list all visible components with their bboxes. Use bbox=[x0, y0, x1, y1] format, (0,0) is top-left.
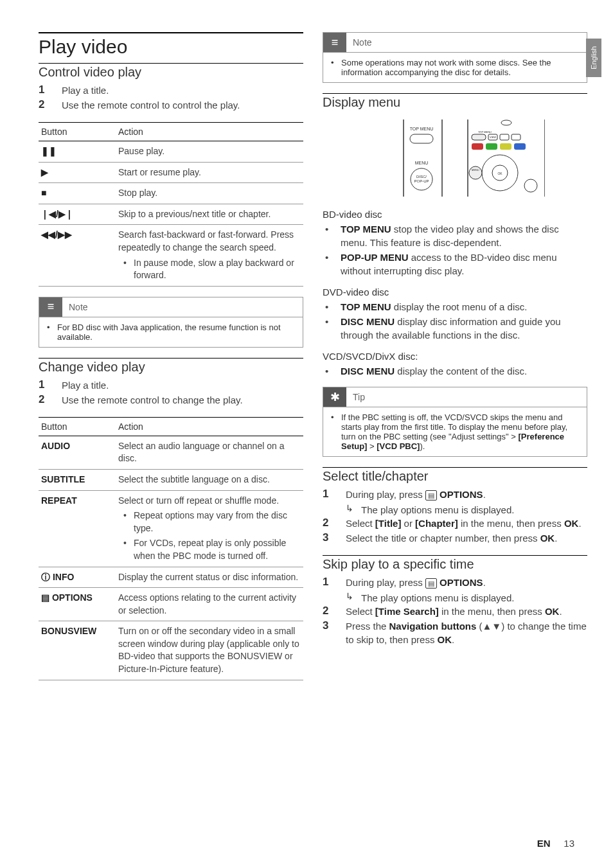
item-text: POP-UP MENU access to the BD-video disc … bbox=[341, 251, 587, 278]
table-header-action: Action bbox=[116, 123, 303, 141]
action-text: Search fast-backward or fast-forward. Pr… bbox=[116, 225, 303, 286]
bullet-dot: • bbox=[331, 58, 341, 77]
button-search-icon: ◀◀/▶▶ bbox=[39, 225, 116, 286]
dvd-section: DVD-video disc • TOP MENU display the ro… bbox=[323, 287, 587, 342]
step-item: 1 During play, press ▤ OPTIONS. bbox=[323, 576, 587, 589]
step-text: Select the title or chapter number, then… bbox=[346, 531, 557, 545]
subhead-dvd: DVD-video disc bbox=[323, 287, 587, 297]
step-item: 2 Select [Time Search] in the menu, then… bbox=[323, 605, 587, 618]
label-popup: POP-UP bbox=[414, 179, 429, 183]
trail-text: display the root menu of a disc. bbox=[391, 301, 528, 312]
button-bonusview: BONUSVIEW bbox=[39, 621, 116, 680]
sub-text: The play options menu is displayed. bbox=[361, 591, 514, 605]
step-number: 1 bbox=[39, 378, 62, 392]
button-subtitle: SUBTITLE bbox=[39, 469, 116, 490]
svg-text:OK: OK bbox=[497, 172, 502, 175]
table-row: BONUSVIEW Turn on or off the secondary v… bbox=[39, 621, 303, 680]
callout-body: • If the PBC setting is off, the VCD/SVC… bbox=[323, 407, 587, 456]
step-item: 2 Select [Title] or [Chapter] in the men… bbox=[323, 517, 587, 530]
lead-bold: TOP MENU bbox=[341, 224, 391, 235]
table-header-action: Action bbox=[116, 417, 303, 436]
button-options: ▤ OPTIONS bbox=[39, 588, 116, 621]
table-row: AUDIO Select an audio language or channe… bbox=[39, 436, 303, 469]
options-icon: ▤ bbox=[425, 578, 437, 589]
svg-rect-8 bbox=[511, 134, 520, 140]
sub-text: For VCDs, repeat play is only possible w… bbox=[134, 537, 301, 562]
section-heading-select-title: Select title/chapter bbox=[323, 467, 587, 484]
item-text: TOP MENU stop the video play and shows t… bbox=[341, 222, 587, 249]
table-row: ❚❚ Pause play. bbox=[39, 141, 303, 163]
svg-text:VIEW: VIEW bbox=[490, 136, 496, 139]
svg-text:TOP MENU: TOP MENU bbox=[478, 130, 492, 134]
label-disc: DISC/ bbox=[416, 175, 427, 179]
callout-title: Note bbox=[346, 37, 372, 48]
subhead-vcd: VCD/SVCD/DivX disc: bbox=[323, 351, 587, 362]
right-column: ≡ Note • Some operations may not work wi… bbox=[323, 32, 587, 691]
section-heading-skip-time: Skip play to a specific time bbox=[323, 555, 587, 572]
sub-text: In pause mode, slow a play backward or f… bbox=[134, 257, 301, 282]
step-number: 3 bbox=[323, 619, 346, 646]
callout-header: ✱ Tip bbox=[323, 387, 587, 407]
lead-bold: DISC MENU bbox=[341, 366, 395, 376]
footer-lang: EN bbox=[537, 838, 551, 849]
step-sub: ↳ The play options menu is displayed. bbox=[346, 503, 587, 517]
sub-bullet: • In pause mode, slow a play backward or… bbox=[118, 257, 301, 282]
list-item: • DISC MENU display disc information and… bbox=[323, 315, 587, 342]
sub-text: The play options menu is displayed. bbox=[361, 503, 514, 517]
action-text: Select the subtitle language on a disc. bbox=[116, 469, 303, 490]
bullet-dot: • bbox=[323, 300, 341, 314]
action-text: Select or turn off repeat or shuffle mod… bbox=[116, 490, 303, 567]
action-text: Stop play. bbox=[116, 183, 303, 204]
action-main: Search fast-backward or fast-forward. Pr… bbox=[118, 229, 294, 252]
list-item: • POP-UP MENU access to the BD-video dis… bbox=[323, 251, 587, 278]
step-number: 2 bbox=[323, 517, 346, 530]
table-row: ⓘ INFO Display the current status or dis… bbox=[39, 567, 303, 588]
table-row: ◀◀/▶▶ Search fast-backward or fast-forwa… bbox=[39, 225, 303, 286]
vcd-list: • DISC MENU display the content of the d… bbox=[323, 364, 587, 378]
bullet-dot: • bbox=[323, 364, 341, 378]
bd-list: • TOP MENU stop the video play and shows… bbox=[323, 222, 587, 278]
note-icon: ≡ bbox=[39, 297, 62, 317]
bullet-dot: • bbox=[331, 412, 341, 451]
list-item: • TOP MENU stop the video play and shows… bbox=[323, 222, 587, 249]
tip-p3: ). bbox=[420, 441, 425, 451]
callout-title: Note bbox=[62, 302, 88, 312]
bullet-dot: • bbox=[323, 222, 341, 249]
note-icon: ≡ bbox=[323, 33, 346, 52]
language-tab: English bbox=[586, 39, 601, 77]
step-number: 1 bbox=[323, 488, 346, 501]
table-row: REPEAT Select or turn off repeat or shuf… bbox=[39, 490, 303, 567]
bd-section: BD-video disc • TOP MENU stop the video … bbox=[323, 209, 587, 278]
remote-diagram: TOP MENU MENU DISC/ POP-UP TOP MENU VIEW bbox=[365, 116, 545, 200]
item-text: DISC MENU display disc information and g… bbox=[341, 315, 587, 342]
page-footer: EN 13 bbox=[537, 838, 574, 849]
action-text: Select an audio language or channel on a… bbox=[116, 436, 303, 469]
left-column: Play video Control video play 1 Play a t… bbox=[39, 32, 303, 691]
bullet-dot: • bbox=[47, 323, 57, 342]
tip-icon: ✱ bbox=[323, 387, 346, 407]
step-item: 1 Play a title. bbox=[39, 84, 303, 97]
bullet-dot: • bbox=[118, 537, 134, 562]
bullet-dot: • bbox=[118, 509, 134, 535]
step-text: Play a title. bbox=[62, 84, 109, 97]
action-text: Access options relating to the current a… bbox=[116, 588, 303, 621]
lead-bold: POP-UP MENU bbox=[341, 252, 409, 263]
page-content: Play video Control video play 1 Play a t… bbox=[0, 0, 613, 704]
select-title-steps: 1 During play, press ▤ OPTIONS. ↳ The pl… bbox=[323, 488, 587, 545]
label-top-menu: TOP MENU bbox=[410, 127, 434, 131]
subhead-bd: BD-video disc bbox=[323, 209, 587, 220]
button-pause-icon: ❚❚ bbox=[39, 141, 116, 163]
step-text: Use the remote control to change the pla… bbox=[62, 393, 243, 407]
action-text: Skip to a previous/next title or chapter… bbox=[116, 204, 303, 225]
item-text: TOP MENU display the root menu of a disc… bbox=[341, 300, 527, 314]
lead-bold: TOP MENU bbox=[341, 301, 391, 312]
callout-body: • Some operations may not work with some… bbox=[323, 52, 587, 82]
step-item: 1 Play a title. bbox=[39, 378, 303, 392]
table-header-button: Button bbox=[39, 123, 116, 141]
step-number: 2 bbox=[39, 393, 62, 407]
step-number: 2 bbox=[323, 605, 346, 618]
action-text: Display the current status or disc infor… bbox=[116, 567, 303, 588]
section-heading-display-menu: Display menu bbox=[323, 93, 587, 110]
control-steps: 1 Play a title. 2 Use the remote control… bbox=[39, 84, 303, 112]
callout-title: Tip bbox=[346, 392, 365, 402]
